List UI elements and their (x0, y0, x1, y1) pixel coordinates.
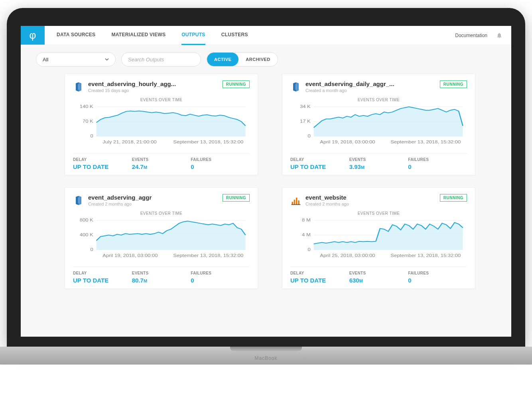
svg-text:September 13, 2018, 15:32:00: September 13, 2018, 15:32:00 (390, 253, 461, 258)
delay-label: DELAY (73, 157, 132, 162)
chevron-down-icon (105, 57, 109, 61)
output-created: Created a month ago (305, 88, 436, 93)
svg-text:8 M: 8 M (302, 218, 311, 222)
events-label: EVENTS (349, 271, 408, 275)
chart-title: EVENTS OVER TIME (73, 211, 250, 216)
svg-text:140 K: 140 K (80, 104, 93, 109)
delay-value: UP TO DATE (290, 277, 349, 284)
nav-data-sources[interactable]: DATA SOURCES (57, 26, 95, 45)
output-title: event_adserving_aggr (88, 194, 219, 201)
svg-rect-9 (295, 84, 297, 90)
delay-label: DELAY (290, 157, 349, 162)
device-brand: MacBook (254, 355, 277, 361)
filter-dropdown[interactable]: All (36, 52, 116, 67)
delay-value: UP TO DATE (73, 163, 132, 170)
svg-text:4 M: 4 M (302, 233, 311, 237)
redshift-icon (290, 81, 301, 92)
athena-icon (290, 195, 301, 206)
failures-label: FAILURES (191, 157, 250, 162)
main-nav: DATA SOURCES MATERIALIZED VIEWS OUTPUTS … (57, 26, 248, 45)
failures-value: 0 (191, 163, 250, 170)
events-value: 630M (349, 277, 408, 284)
svg-text:September 13, 2018, 15:32:00: September 13, 2018, 15:32:00 (173, 253, 243, 258)
output-title: event_website (305, 194, 436, 201)
output-card[interactable]: event_adserving_hourly_agg... Created 15… (65, 74, 258, 175)
filter-value: All (43, 57, 48, 63)
svg-text:April 19, 2018, 03:00:00: April 19, 2018, 03:00:00 (320, 140, 375, 144)
events-chart: 8 M4 M0 April 25, 2018, 03:00:00 Septemb… (290, 217, 467, 261)
output-title: event_adserving_hourly_agg... (88, 80, 219, 87)
failures-label: FAILURES (191, 271, 250, 275)
search-input[interactable] (128, 57, 194, 63)
events-label: EVENTS (132, 271, 191, 275)
nav-materialized-views[interactable]: MATERIALIZED VIEWS (111, 26, 166, 45)
failures-label: FAILURES (408, 157, 467, 162)
output-card[interactable]: event_adserving_aggr Created 2 months ag… (65, 187, 258, 289)
svg-text:April 19, 2018, 03:00:00: April 19, 2018, 03:00:00 (102, 253, 158, 258)
status-badge: RUNNING (440, 80, 467, 88)
svg-text:July 21, 2018, 21:00:00: July 21, 2018, 21:00:00 (102, 140, 156, 144)
output-title: event_adserving_daily_aggr_... (305, 80, 436, 87)
svg-rect-29 (296, 198, 298, 205)
svg-text:0: 0 (91, 134, 93, 138)
events-chart: 800 K400 K0 April 19, 2018, 03:00:00 Sep… (73, 217, 250, 261)
output-card[interactable]: event_website Created 2 months ago RUNNI… (282, 187, 475, 289)
delay-label: DELAY (290, 271, 349, 275)
documentation-link[interactable]: Documentation (455, 33, 487, 38)
svg-text:0: 0 (91, 247, 93, 252)
svg-text:September 13, 2018, 15:32:00: September 13, 2018, 15:32:00 (173, 140, 243, 144)
svg-rect-30 (298, 200, 299, 205)
events-chart: 34 K17 K0 April 19, 2018, 03:00:00 Septe… (290, 104, 467, 147)
svg-text:0: 0 (308, 247, 311, 252)
status-badge: RUNNING (223, 80, 250, 88)
svg-text:800 K: 800 K (80, 218, 93, 222)
events-chart: 140 K70 K0 July 21, 2018, 21:00:00 Septe… (73, 104, 250, 147)
failures-label: FAILURES (408, 271, 467, 275)
svg-text:September 13, 2018, 15:32:00: September 13, 2018, 15:32:00 (390, 140, 461, 144)
output-created: Created 15 days ago (88, 88, 219, 93)
svg-rect-28 (294, 200, 296, 204)
delay-value: UP TO DATE (73, 277, 132, 284)
svg-text:0: 0 (308, 134, 311, 138)
failures-value: 0 (408, 277, 467, 284)
chart-title: EVENTS OVER TIME (73, 98, 250, 102)
nav-clusters[interactable]: CLUSTERS (221, 26, 248, 45)
redshift-icon (73, 81, 84, 92)
chart-title: EVENTS OVER TIME (290, 98, 467, 102)
nav-outputs[interactable]: OUTPUTS (181, 26, 205, 45)
search-input-wrapper[interactable] (121, 52, 201, 67)
chart-title: EVENTS OVER TIME (290, 211, 467, 216)
status-badge: RUNNING (223, 194, 250, 202)
cards-grid: event_adserving_hourly_agg... Created 15… (33, 74, 499, 297)
svg-rect-27 (292, 202, 294, 205)
app-header: φ DATA SOURCES MATERIALIZED VIEWS OUTPUT… (21, 26, 511, 45)
output-created: Created 2 months ago (305, 202, 436, 206)
svg-text:April 25, 2018, 03:00:00: April 25, 2018, 03:00:00 (320, 253, 375, 258)
status-badge: RUNNING (440, 194, 467, 202)
svg-rect-0 (78, 84, 79, 90)
svg-text:17 K: 17 K (300, 119, 311, 124)
toggle-active[interactable]: ACTIVE (207, 53, 238, 66)
events-value: 24.7M (132, 163, 191, 170)
output-created: Created 2 months ago (88, 202, 219, 206)
svg-text:34 K: 34 K (300, 104, 311, 109)
redshift-icon (73, 195, 84, 206)
output-card[interactable]: event_adserving_daily_aggr_... Created a… (282, 74, 475, 175)
events-value: 80.7M (132, 277, 191, 284)
status-toggle: ACTIVE ARCHIVED (207, 52, 278, 67)
notifications-icon[interactable] (496, 32, 502, 39)
events-label: EVENTS (132, 157, 191, 162)
logo[interactable]: φ (21, 26, 45, 45)
svg-text:400 K: 400 K (80, 233, 93, 237)
events-value: 3.93M (349, 163, 408, 170)
events-label: EVENTS (349, 157, 408, 162)
toolbar: All ACTIVE ARCHIVED (33, 52, 499, 67)
delay-label: DELAY (73, 271, 132, 275)
svg-rect-18 (78, 198, 79, 203)
failures-value: 0 (191, 277, 250, 284)
toggle-archived[interactable]: ARCHIVED (238, 53, 277, 66)
delay-value: UP TO DATE (290, 163, 349, 170)
svg-text:70 K: 70 K (83, 119, 93, 124)
failures-value: 0 (408, 163, 467, 170)
